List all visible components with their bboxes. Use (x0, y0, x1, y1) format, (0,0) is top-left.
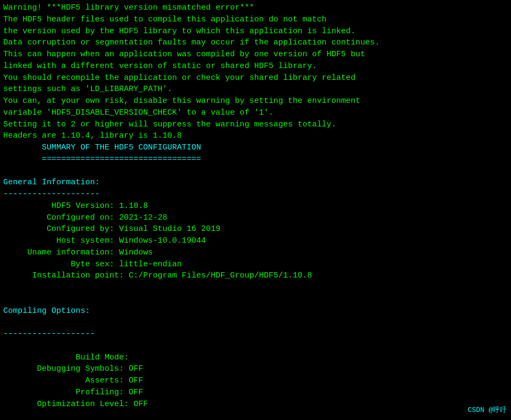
summary-divider: ================================= (3, 155, 201, 164)
summary-header: SUMMARY OF THE HDF5 CONFIGURATION (3, 143, 201, 152)
warning-text: Warning! ***HDF5 library version mismatc… (3, 3, 380, 140)
compiling-rows: Build Mode: Debugging Symbols: OFF Asser… (3, 353, 148, 409)
general-info-divider: -------------------- (3, 190, 100, 199)
terminal-output: Warning! ***HDF5 library version mismatc… (3, 2, 508, 410)
compiling-divider: ------------------- (3, 329, 95, 339)
watermark: CSDN @呼吁 (468, 406, 507, 416)
general-info-label: General Information: (3, 178, 100, 187)
compiling-label: Compiling Options: (3, 306, 90, 316)
general-info-rows: HDF5 Version: 1.10.8 Configured on: 2021… (3, 201, 312, 281)
